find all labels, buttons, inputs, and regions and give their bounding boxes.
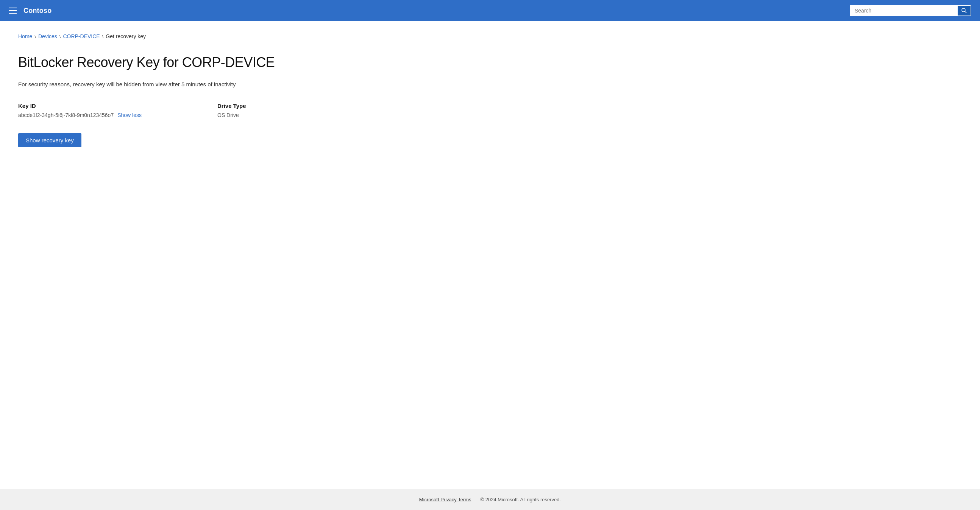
privacy-terms-link[interactable]: Microsoft Privacy Terms: [419, 497, 471, 502]
drive-type-section: Drive Type OS Drive: [217, 103, 331, 118]
drive-type-label: Drive Type: [217, 103, 331, 109]
breadcrumb-current: Get recovery key: [106, 33, 146, 40]
breadcrumb-sep-2: \: [59, 34, 61, 40]
main-content: Home \ Devices \ CORP-DEVICE \ Get recov…: [0, 21, 980, 489]
breadcrumb: Home \ Devices \ CORP-DEVICE \ Get recov…: [18, 33, 962, 40]
drive-type-value: OS Drive: [217, 112, 331, 118]
menu-button[interactable]: [9, 8, 17, 14]
page-footer: Microsoft Privacy Terms © 2024 Microsoft…: [0, 489, 980, 510]
search-button[interactable]: [958, 6, 970, 16]
page-title: BitLocker Recovery Key for CORP-DEVICE: [18, 54, 962, 70]
search-icon: [961, 8, 967, 13]
key-id-label: Key ID: [18, 103, 142, 109]
breadcrumb-sep-3: \: [102, 34, 104, 40]
details-grid: Key ID abcde1f2-34gh-5i6j-7kl8-9m0n12345…: [18, 103, 962, 118]
key-id-section: Key ID abcde1f2-34gh-5i6j-7kl8-9m0n12345…: [18, 103, 142, 118]
breadcrumb-device[interactable]: CORP-DEVICE: [63, 33, 100, 40]
footer-copyright: © 2024 Microsoft. All rights reserved.: [480, 497, 561, 502]
app-title: Contoso: [24, 7, 51, 15]
search-container: [850, 5, 971, 16]
header-left: Contoso: [9, 7, 51, 15]
breadcrumb-devices[interactable]: Devices: [38, 33, 57, 40]
breadcrumb-home[interactable]: Home: [18, 33, 32, 40]
key-id-value-row: abcde1f2-34gh-5i6j-7kl8-9m0n123456o7 Sho…: [18, 112, 142, 118]
show-less-link[interactable]: Show less: [118, 112, 142, 118]
show-recovery-key-button[interactable]: Show recovery key: [18, 133, 81, 147]
key-id-value: abcde1f2-34gh-5i6j-7kl8-9m0n123456o7: [18, 112, 114, 118]
search-input[interactable]: [850, 5, 958, 16]
security-notice: For security reasons, recovery key will …: [18, 81, 962, 87]
breadcrumb-sep-1: \: [35, 34, 36, 40]
svg-line-1: [965, 11, 966, 13]
app-header: Contoso: [0, 0, 980, 21]
